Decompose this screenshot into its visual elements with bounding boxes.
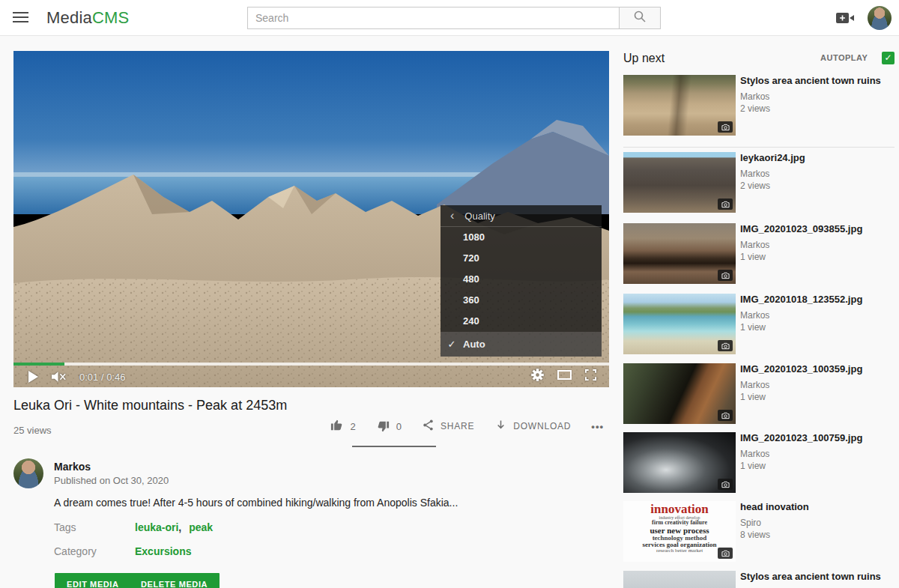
video-thumbnail[interactable] — [623, 223, 736, 284]
fullscreen-icon[interactable] — [585, 369, 596, 381]
up-next-item[interactable]: innovationindustry effort developfirm cr… — [623, 501, 895, 562]
up-next-item[interactable]: Stylos area ancient town ruinsMarkos2 vi… — [623, 75, 895, 136]
video-title[interactable]: Stylos area ancient town ruins — [740, 75, 895, 87]
video-thumbnail[interactable] — [623, 571, 736, 588]
search-bar — [247, 7, 661, 29]
search-input[interactable] — [247, 7, 620, 29]
camera-icon — [718, 121, 733, 133]
like-button[interactable]: 2 — [330, 418, 355, 434]
video-author[interactable]: Markos — [740, 169, 769, 179]
video-views: 2 views — [740, 181, 770, 191]
more-options-button[interactable]: ••• — [591, 421, 604, 432]
delete-media-button[interactable]: DELETE MEDIA — [129, 573, 220, 588]
dislike-button[interactable]: 0 — [376, 419, 402, 434]
download-button[interactable]: DOWNLOAD — [494, 419, 571, 434]
video-description: A dream comes true! After 4-5 hours of c… — [54, 497, 518, 509]
check-icon: ✓ — [441, 332, 463, 357]
settings-gear-icon[interactable] — [531, 369, 544, 381]
quality-options: 1080720480360240 — [441, 227, 602, 332]
quality-option-auto[interactable]: ✓ Auto — [441, 332, 602, 357]
camera-icon — [718, 270, 733, 281]
video-author[interactable]: Spiro — [740, 518, 761, 528]
up-next-item[interactable]: IMG_20201023_100359.jpgMarkos1 view — [623, 363, 895, 424]
video-views: 1 view — [740, 252, 766, 262]
published-date: Published on Oct 30, 2020 — [54, 475, 169, 486]
play-icon[interactable] — [28, 371, 38, 383]
video-author[interactable]: Markos — [740, 310, 769, 321]
video-thumbnail[interactable] — [623, 152, 736, 213]
up-next-title: Up next — [623, 52, 665, 65]
video-views: 2 views — [740, 103, 770, 114]
up-next-item[interactable]: IMG_20201023_093855.jpgMarkos1 view — [623, 223, 895, 284]
progress-bar[interactable] — [13, 363, 609, 366]
actions-row: 2 0 SHARE DOWNLOAD ••• — [315, 418, 604, 434]
video-thumbnail[interactable] — [623, 432, 736, 493]
video-thumbnail[interactable]: innovationindustry effort developfirm cr… — [623, 501, 736, 562]
time-display: 0:01 / 0:46 — [79, 372, 125, 383]
camera-icon — [718, 410, 733, 421]
like-indicator-bar — [352, 446, 436, 447]
camera-icon — [718, 340, 733, 351]
user-avatar[interactable] — [868, 6, 892, 30]
video-thumbnail[interactable] — [623, 75, 736, 136]
item-meta: IMG_20201018_123552.jpgMarkos1 view — [740, 294, 895, 306]
thumbs-down-icon — [376, 419, 390, 434]
video-author[interactable]: Markos — [740, 91, 769, 102]
video-title[interactable]: head inovation — [740, 501, 895, 513]
video-title[interactable]: IMG_20201023_100759.jpg — [740, 432, 895, 444]
theater-mode-icon[interactable] — [557, 370, 572, 380]
item-meta: leykaori24.jpgMarkos2 views — [740, 152, 895, 164]
up-next-item[interactable]: leykaori24.jpgMarkos2 views — [623, 152, 895, 213]
share-icon — [422, 419, 435, 434]
category-link[interactable]: Excursions — [135, 545, 191, 557]
check-icon: ✓ — [884, 52, 892, 63]
up-next-item[interactable]: IMG_20201023_100759.jpgMarkos1 view — [623, 432, 895, 493]
quality-menu-header[interactable]: ‹ Quality — [441, 205, 602, 227]
video-thumbnail[interactable] — [623, 363, 736, 424]
up-next-item[interactable]: IMG_20201018_123552.jpgMarkos1 view — [623, 294, 895, 354]
category-label: Category — [54, 545, 97, 557]
video-title[interactable]: IMG_20201023_093855.jpg — [740, 223, 895, 235]
tag-link[interactable]: leuka-ori — [135, 521, 178, 533]
quality-option-360[interactable]: 360 — [441, 290, 602, 311]
video-author[interactable]: Markos — [740, 380, 769, 390]
up-next-item[interactable]: Stylos area ancient town ruins — [623, 571, 895, 588]
edit-media-button[interactable]: EDIT MEDIA — [55, 573, 131, 588]
quality-option-480[interactable]: 480 — [441, 269, 602, 290]
download-icon — [494, 419, 507, 434]
quality-option-240[interactable]: 240 — [441, 311, 602, 332]
search-button[interactable] — [620, 7, 661, 29]
video-title[interactable]: Stylos area ancient town ruins — [740, 571, 895, 583]
video-views: 8 views — [740, 530, 770, 540]
author-name[interactable]: Markos — [54, 461, 91, 473]
mute-icon[interactable] — [51, 371, 67, 383]
quality-option-720[interactable]: 720 — [441, 248, 602, 269]
upload-media-icon[interactable] — [836, 12, 855, 27]
player-controls-left: 0:01 / 0:46 — [28, 371, 125, 383]
progress-played — [13, 363, 64, 366]
logo-cms: CMS — [92, 8, 130, 27]
like-count: 2 — [350, 421, 355, 432]
autoplay-checkbox[interactable]: ✓ — [882, 52, 895, 64]
camera-icon — [718, 479, 733, 490]
share-button[interactable]: SHARE — [422, 419, 474, 434]
video-author[interactable]: Markos — [740, 240, 769, 250]
dislike-count: 0 — [396, 421, 402, 432]
tag-separator: , — [178, 521, 184, 533]
video-player[interactable]: ‹ Quality 1080720480360240 ✓ Auto 0:01 /… — [13, 51, 609, 387]
video-author[interactable]: Markos — [740, 449, 769, 459]
logo[interactable]: MediaCMS — [46, 8, 129, 28]
video-title[interactable]: leykaori24.jpg — [740, 152, 895, 164]
menu-icon[interactable] — [13, 12, 28, 23]
quality-option-1080[interactable]: 1080 — [441, 227, 602, 248]
video-thumbnail[interactable] — [623, 294, 736, 354]
video-views: 1 view — [740, 322, 766, 333]
item-meta: head inovationSpiro8 views — [740, 501, 895, 513]
video-title[interactable]: IMG_20201023_100359.jpg — [740, 363, 895, 375]
category-value: Excursions — [135, 545, 191, 557]
up-next-list: Stylos area ancient town ruinsMarkos2 vi… — [623, 75, 895, 588]
tags-label: Tags — [54, 521, 76, 533]
tag-link[interactable]: peak — [189, 521, 213, 533]
video-title[interactable]: IMG_20201018_123552.jpg — [740, 294, 895, 306]
author-avatar[interactable] — [13, 458, 43, 488]
